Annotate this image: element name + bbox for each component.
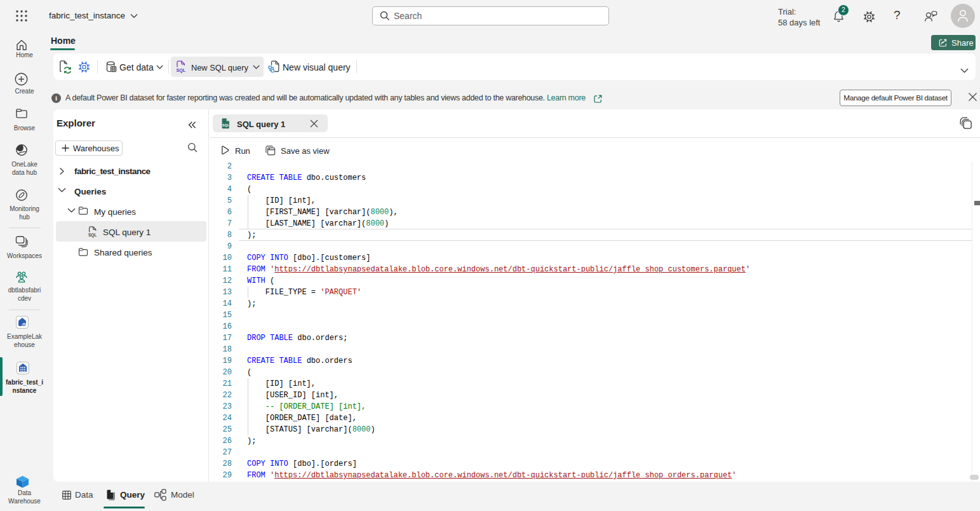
svg-text:SQL: SQL	[88, 233, 97, 238]
svg-text:SQL: SQL	[176, 67, 185, 73]
svg-text:SQL: SQL	[222, 123, 230, 127]
